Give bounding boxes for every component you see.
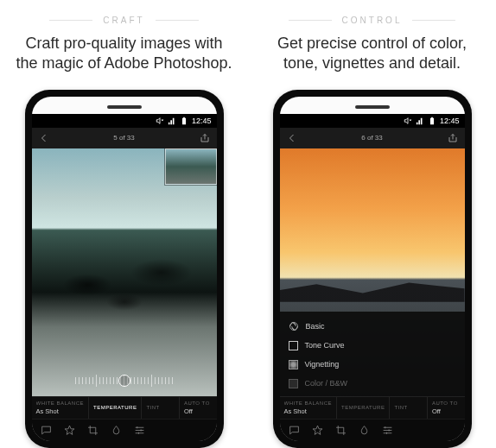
sliders-icon[interactable] bbox=[134, 425, 145, 436]
param-temperature[interactable]: TEMPERATURE bbox=[89, 397, 142, 419]
curve-icon bbox=[289, 341, 298, 350]
bottom-toolbar bbox=[280, 419, 465, 441]
photo-content-seascape bbox=[32, 148, 217, 396]
share-icon[interactable] bbox=[200, 133, 210, 143]
mute-icon bbox=[404, 117, 412, 125]
back-icon[interactable] bbox=[39, 133, 49, 143]
tool-tone-curve[interactable]: Tone Curve bbox=[289, 336, 456, 355]
param-auto-tone[interactable]: AUTO TO Off bbox=[180, 397, 217, 419]
right-column: CONTROL Get precise control of color, to… bbox=[248, 0, 496, 448]
param-tint[interactable]: TINT bbox=[142, 397, 180, 419]
phone-speaker bbox=[107, 105, 142, 109]
mute-icon bbox=[156, 117, 164, 125]
parameter-strip: WHITE BALANCE As Shot TEMPERATURE TINT A… bbox=[32, 396, 217, 419]
status-time: 12:45 bbox=[192, 117, 212, 125]
tool-color-bw[interactable]: Color / B&W bbox=[289, 374, 456, 393]
crop-icon[interactable] bbox=[87, 425, 99, 436]
back-icon[interactable] bbox=[287, 133, 297, 143]
comment-icon[interactable] bbox=[41, 425, 52, 436]
android-status-bar: 12:45 bbox=[32, 114, 217, 128]
signal-icon bbox=[168, 117, 176, 125]
photo-counter: 5 of 33 bbox=[113, 134, 134, 142]
photo-viewport[interactable] bbox=[32, 148, 217, 396]
droplet-icon[interactable] bbox=[111, 425, 122, 436]
param-white-balance[interactable]: WHITE BALANCE As Shot bbox=[280, 397, 338, 419]
param-tint[interactable]: TINT bbox=[390, 397, 428, 419]
color-bw-icon bbox=[289, 379, 298, 388]
battery-icon bbox=[180, 117, 188, 125]
parameter-strip: WHITE BALANCE As Shot TEMPERATURE TINT A… bbox=[280, 396, 465, 419]
section-label-control: CONTROL bbox=[289, 16, 456, 25]
photo-viewport[interactable]: Basic Tone Curve Vignetting Color / bbox=[280, 148, 465, 396]
app-screen-left: 12:45 5 of 33 bbox=[32, 114, 217, 441]
headline-control: Get precise control of color, tone, vign… bbox=[248, 34, 496, 74]
signal-icon bbox=[416, 117, 424, 125]
phone-mockup-right: 12:45 6 of 33 Basic bbox=[273, 90, 472, 448]
battery-icon bbox=[428, 117, 436, 125]
left-column: CRAFT Craft pro-quality images with the … bbox=[0, 0, 248, 448]
app-screen-right: 12:45 6 of 33 Basic bbox=[280, 114, 465, 441]
status-time: 12:45 bbox=[440, 117, 460, 125]
param-temperature[interactable]: TEMPERATURE bbox=[337, 397, 390, 419]
phone-speaker bbox=[355, 105, 390, 109]
star-icon[interactable] bbox=[64, 425, 75, 436]
tool-panel: Basic Tone Curve Vignetting Color / bbox=[280, 312, 465, 396]
photo-counter: 6 of 33 bbox=[361, 134, 382, 142]
sliders-icon[interactable] bbox=[382, 425, 393, 436]
app-header: 6 of 33 bbox=[280, 128, 465, 148]
section-label-craft: CRAFT bbox=[49, 16, 198, 25]
tool-vignetting[interactable]: Vignetting bbox=[289, 355, 456, 374]
crop-preview-thumbnail[interactable] bbox=[165, 148, 217, 185]
param-auto-tone[interactable]: AUTO TO Off bbox=[428, 397, 465, 419]
droplet-icon[interactable] bbox=[359, 425, 370, 436]
param-white-balance[interactable]: WHITE BALANCE As Shot bbox=[32, 397, 90, 419]
slider-knob[interactable] bbox=[118, 375, 130, 387]
phone-mockup-left: 12:45 5 of 33 bbox=[25, 90, 224, 448]
crop-icon[interactable] bbox=[335, 425, 347, 436]
android-status-bar: 12:45 bbox=[280, 114, 465, 128]
tool-basic[interactable]: Basic bbox=[289, 317, 456, 336]
app-header: 5 of 33 bbox=[32, 128, 217, 148]
star-icon[interactable] bbox=[312, 425, 323, 436]
bottom-toolbar bbox=[32, 419, 217, 441]
adjustment-slider[interactable] bbox=[39, 372, 210, 389]
vignette-icon bbox=[289, 360, 298, 369]
share-icon[interactable] bbox=[448, 133, 458, 143]
aperture-icon bbox=[289, 321, 299, 331]
headline-craft: Craft pro-quality images with the magic … bbox=[0, 34, 248, 74]
comment-icon[interactable] bbox=[289, 425, 300, 436]
